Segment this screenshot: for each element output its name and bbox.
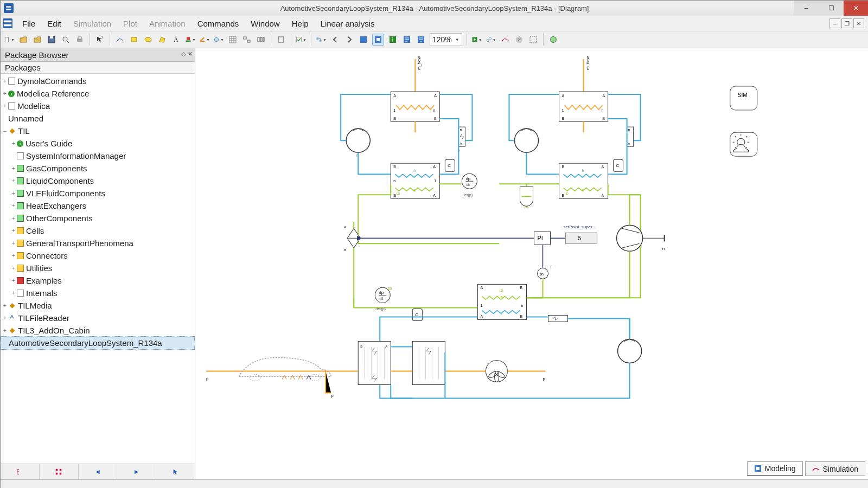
view-uses[interactable] [416, 34, 426, 45]
new-button[interactable]: ▼ [4, 34, 15, 45]
tree-item[interactable]: +Utilities [1, 262, 195, 274]
menu-animation[interactable]: Animation [144, 18, 191, 29]
tree-item[interactable]: +Connectors [1, 249, 195, 262]
browser-cursor[interactable] [156, 464, 195, 479]
mdi-minimize[interactable]: – [829, 18, 840, 28]
align-button[interactable] [241, 34, 252, 45]
svg-text:A: A [602, 165, 604, 169]
polygon-tool[interactable] [157, 34, 168, 45]
plot-button[interactable] [500, 34, 510, 45]
svg-text:dt: dt [379, 296, 383, 301]
tree-item[interactable]: AutomotiveSecondaryLoopSystem_R134a [1, 336, 195, 350]
minimize-button[interactable]: – [794, 1, 819, 16]
browser-fwd[interactable]: ► [117, 464, 156, 479]
tree-item-label: AutomotiveSecondaryLoopSystem_R134a [9, 337, 162, 349]
menu-plot[interactable]: Plot [118, 18, 143, 29]
open-recent-button[interactable] [32, 34, 43, 45]
menu-simulation[interactable]: Simulation [68, 18, 117, 29]
tab-simulation[interactable]: Simulation [805, 461, 865, 476]
panel-float-icon[interactable]: ◇ [181, 50, 186, 57]
browser-tree-icon[interactable] [1, 464, 40, 479]
menu-window[interactable]: Window [245, 18, 285, 29]
tree-item[interactable]: +OtherComponents [1, 212, 195, 224]
mdi-restore[interactable]: ❐ [841, 18, 852, 28]
tree-item[interactable]: +GasComponents [1, 162, 195, 175]
svg-text:(1): (1) [524, 206, 528, 209]
svg-rect-22 [263, 37, 264, 42]
mdi-buttons: – ❐ ✕ [829, 18, 864, 28]
tree-item[interactable]: +Modelica [1, 100, 195, 112]
text-tool[interactable]: A [171, 34, 182, 45]
view-text[interactable] [401, 34, 412, 45]
line-color-button[interactable]: ▼ [199, 34, 210, 45]
print-button[interactable] [74, 34, 85, 45]
svg-text:1: 1 [434, 179, 436, 183]
component-browse[interactable]: ▼ [316, 34, 327, 45]
package-tree[interactable]: +DymolaCommands+iModelica Reference+Mode… [1, 74, 195, 464]
menu-commands[interactable]: Commands [192, 18, 245, 29]
animate-button[interactable]: ▼ [486, 34, 496, 45]
tree-item[interactable]: +Internals [1, 287, 195, 299]
stop-button[interactable] [514, 34, 525, 45]
open-button[interactable] [18, 34, 29, 45]
simulate-button[interactable]: ▼ [471, 34, 482, 45]
close-button[interactable]: ✕ [844, 1, 868, 16]
tree-item[interactable]: +LiquidComponents [1, 175, 195, 187]
tree-item[interactable]: +iUser's Guide [1, 137, 195, 150]
zoom-level[interactable]: 120%▼ [430, 33, 462, 46]
mdi-close[interactable]: ✕ [853, 18, 864, 28]
maximize-button[interactable]: ☐ [819, 1, 844, 16]
svg-text:B: B [459, 129, 462, 132]
tree-item[interactable]: +HeatExchangers [1, 200, 195, 212]
tab-modeling[interactable]: Modeling [747, 461, 803, 476]
save-button[interactable] [46, 34, 57, 45]
connector-tool[interactable] [276, 34, 286, 45]
browser-back[interactable]: ◄ [79, 464, 118, 479]
svg-text:B: B [434, 117, 437, 120]
svg-text:n: n [662, 246, 665, 251]
tree-item[interactable]: +Examples [1, 274, 195, 287]
view-icon[interactable] [358, 34, 369, 45]
tree-item[interactable]: +DymolaCommands [1, 75, 195, 87]
tree-item[interactable]: +Cells [1, 224, 195, 237]
browser-grid-icon[interactable] [40, 464, 79, 479]
menubar: File Edit Simulation Plot Animation Comm… [1, 16, 868, 31]
3d-view[interactable] [548, 34, 559, 45]
line-tool[interactable] [114, 34, 125, 45]
diagram-canvas[interactable]: m_flow A A B B 1 n n [195, 48, 868, 479]
view-diagram[interactable] [372, 34, 384, 46]
check-button[interactable]: ▼ [296, 34, 307, 45]
tree-item[interactable]: SystemInformationManager [1, 150, 195, 162]
tree-item[interactable]: Unnamed [1, 112, 195, 125]
tree-item[interactable]: +^TILFileReader [1, 312, 195, 324]
svg-text:b: b [413, 169, 416, 172]
nav-fwd[interactable] [344, 34, 355, 45]
tree-item[interactable]: +◆TIL3_AddOn_Cabin [1, 324, 195, 337]
tree-item[interactable]: +◆TILMedia [1, 299, 195, 312]
grid-button[interactable] [227, 34, 238, 45]
whats-this-button[interactable]: ? [94, 34, 105, 45]
menu-help[interactable]: Help [286, 18, 314, 29]
tree-item[interactable]: +iModelica Reference [1, 87, 195, 100]
panel-close-icon[interactable]: ✕ [188, 50, 193, 57]
tree-item[interactable]: –◆TIL [1, 125, 195, 137]
tree-item[interactable]: +VLEFluidComponents [1, 187, 195, 200]
tree-item[interactable]: +GeneralTransportPhenomena [1, 237, 195, 249]
pattern-button[interactable]: ▼ [213, 34, 224, 45]
fill-color-button[interactable]: ▼ [185, 34, 196, 45]
rect-tool[interactable] [129, 34, 139, 45]
nav-back[interactable] [330, 34, 341, 45]
menu-file[interactable]: File [17, 18, 41, 29]
ellipse-tool[interactable] [143, 34, 154, 45]
menu-linear-analysis[interactable]: Linear analysis [315, 18, 380, 29]
svg-text:B: B [393, 117, 396, 120]
tree-item-label: Unnamed [8, 112, 43, 125]
menu-edit[interactable]: Edit [42, 18, 67, 29]
view-info[interactable]: i [387, 34, 398, 45]
distribute-button[interactable] [256, 34, 266, 45]
svg-rect-2 [4, 21, 11, 23]
select-area[interactable] [528, 34, 539, 45]
svg-rect-29 [376, 38, 380, 41]
zoom-button[interactable] [60, 34, 71, 45]
app-icon-small[interactable] [3, 18, 12, 28]
